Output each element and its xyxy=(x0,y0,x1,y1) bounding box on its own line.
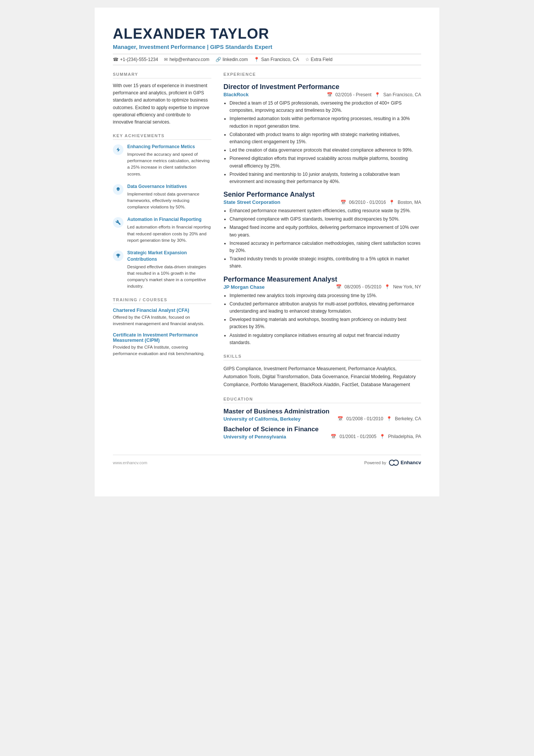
exp-bullet-2-0: Implemented new analytics tools improvin… xyxy=(230,292,421,299)
exp-bullet-2-2: Developed training materials and worksho… xyxy=(230,316,421,330)
exp-title-2: Performance Measurement Analyst xyxy=(223,275,421,283)
phone-item: ☎ +1-(234)-555-1234 xyxy=(113,57,158,62)
contact-bar: ☎ +1-(234)-555-1234 ✉ help@enhancv.com 🔗… xyxy=(113,54,421,65)
main-layout: SUMMARY With over 15 years of experience… xyxy=(113,72,421,443)
exp-bullet-0-1: Implemented automation tools within perf… xyxy=(230,115,421,130)
exp-bullet-1-0: Enhanced performance measurement system … xyxy=(230,207,421,214)
course-item-0: Chartered Financial Analyst (CFA) Offere… xyxy=(113,308,211,327)
left-column: SUMMARY With over 15 years of experience… xyxy=(113,72,211,443)
pin-icon-1: 📍 xyxy=(389,200,395,205)
achievement-item-3: Strategic Market Expansion Contributions… xyxy=(113,250,211,290)
enhancv-logo: Enhancv xyxy=(389,460,421,466)
exp-meta-1: State Street Corporation 📅 06/2010 - 01/… xyxy=(223,199,421,205)
footer-website: www.enhancv.com xyxy=(113,460,147,465)
resume-page: ALEXANDER TAYLOR Manager, Investment Per… xyxy=(95,8,439,496)
edu-dates-loc-0: 📅 01/2008 - 01/2010 📍 Berkeley, CA xyxy=(337,416,421,421)
achievement-title-0: Enhancing Performance Metics xyxy=(127,144,211,150)
skills-text: GIPS Compliance, Investment Performance … xyxy=(223,365,421,389)
course-item-1: Certificate in Investment Performance Me… xyxy=(113,332,211,357)
edu-dates-0: 01/2008 - 01/2010 xyxy=(346,416,383,421)
exp-bullet-0-0: Directed a team of 15 of GIPS profession… xyxy=(230,100,421,114)
course-desc-1: Provided by the CFA Institute, covering … xyxy=(113,344,211,357)
edu-cal-icon-1: 📅 xyxy=(331,434,336,439)
edu-degree-1: Bachelor of Science in Finance xyxy=(223,426,421,433)
phone-value: +1-(234)-555-1234 xyxy=(120,57,158,62)
exp-bullet-0-4: Pioneered digitization efforts that impr… xyxy=(230,155,421,169)
exp-meta-2: JP Morgan Chase 📅 08/2005 - 05/2010 📍 Ne… xyxy=(223,284,421,290)
cal-icon-1: 📅 xyxy=(340,200,346,205)
edu-pin-icon-0: 📍 xyxy=(386,416,392,421)
exp-bullets-0: Directed a team of 15 of GIPS profession… xyxy=(223,100,421,185)
achievement-item-0: Enhancing Performance Metics Improved th… xyxy=(113,144,211,177)
exp-dates-loc-0: 📅 02/2016 - Present 📍 San Francisco, CA xyxy=(327,92,421,97)
exp-company-2: JP Morgan Chase xyxy=(223,284,265,290)
exp-bullet-0-5: Provided training and mentorship to 10 j… xyxy=(230,171,421,185)
linkedin-value: linkedin.com xyxy=(223,57,248,62)
extra-item: ☆ Extra Field xyxy=(305,57,333,62)
footer-right: Powered by Enhancv xyxy=(364,460,421,466)
exp-bullets-2: Implemented new analytics tools improvin… xyxy=(223,292,421,346)
trophy-icon-wrap xyxy=(113,250,123,261)
achievement-item-2: Automation in Financial Reporting Led au… xyxy=(113,216,211,244)
wrench-icon xyxy=(116,220,121,225)
achievement-desc-1: Implemented robust data governance frame… xyxy=(127,191,211,211)
edu-degree-0: Master of Business Administration xyxy=(223,408,421,415)
edu-school-0: University of California, Berkeley xyxy=(223,416,301,422)
brand-name: Enhancv xyxy=(401,460,421,465)
powered-by-text: Powered by xyxy=(364,460,386,465)
trophy-icon xyxy=(116,253,121,258)
edu-pin-icon-1: 📍 xyxy=(379,434,385,439)
experience-item-1: Senior Performance Analyst State Street … xyxy=(223,191,421,270)
bolt-icon-wrap xyxy=(113,144,123,155)
course-title-1: Certificate in Investment Performance Me… xyxy=(113,332,211,343)
location-icon: 📍 xyxy=(254,57,259,62)
edu-school-1: University of Pennsylvania xyxy=(223,434,286,440)
footer: www.enhancv.com Powered by Enhancv xyxy=(113,455,421,466)
pin-icon-2: 📍 xyxy=(384,284,390,290)
achievement-desc-3: Designed effective data-driven strategie… xyxy=(127,264,211,290)
exp-bullet-0-2: Collaborated with product teams to align… xyxy=(230,131,421,146)
header: ALEXANDER TAYLOR Manager, Investment Per… xyxy=(113,26,421,65)
exp-location-1: Boston, MA xyxy=(398,200,421,205)
bulb-icon-wrap xyxy=(113,184,123,195)
edu-meta-1: University of Pennsylvania 📅 01/2001 - 0… xyxy=(223,434,421,440)
candidate-title: Manager, Investment Performance | GIPS S… xyxy=(113,44,421,50)
right-column: EXPERIENCE Director of Investment Perfor… xyxy=(223,72,421,443)
bulb-icon xyxy=(116,187,121,192)
skills-label: SKILLS xyxy=(223,354,421,360)
exp-bullet-1-1: Championed compliance with GIPS standard… xyxy=(230,216,421,223)
email-item: ✉ help@enhancv.com xyxy=(164,57,209,62)
bolt-icon xyxy=(116,147,121,152)
achievement-title-2: Automation in Financial Reporting xyxy=(127,216,211,223)
achievements-label: KEY ACHIEVEMENTS xyxy=(113,133,211,140)
candidate-name: ALEXANDER TAYLOR xyxy=(113,26,421,42)
star-icon: ☆ xyxy=(305,57,309,62)
phone-icon: ☎ xyxy=(113,57,119,62)
exp-dates-loc-2: 📅 08/2005 - 05/2010 📍 New York, NY xyxy=(336,284,421,290)
extra-value: Extra Field xyxy=(311,57,333,62)
course-title-0: Chartered Financial Analyst (CFA) xyxy=(113,308,211,313)
exp-dates-2: 08/2005 - 05/2010 xyxy=(345,284,381,290)
exp-meta-0: BlackRock 📅 02/2016 - Present 📍 San Fran… xyxy=(223,92,421,97)
exp-bullet-2-1: Conducted performance attribution analys… xyxy=(230,301,421,315)
wrench-icon-wrap xyxy=(113,217,123,228)
exp-location-2: New York, NY xyxy=(393,284,421,290)
email-value: help@enhancv.com xyxy=(169,57,209,62)
exp-company-0: BlackRock xyxy=(223,92,248,97)
location-value: San Francisco, CA xyxy=(261,57,299,62)
exp-location-0: San Francisco, CA xyxy=(383,92,421,97)
edu-cal-icon-0: 📅 xyxy=(337,416,343,421)
experience-label: EXPERIENCE xyxy=(223,72,421,78)
edu-location-1: Philadelphia, PA xyxy=(388,434,421,439)
location-item: 📍 San Francisco, CA xyxy=(254,57,299,62)
summary-label: SUMMARY xyxy=(113,72,211,78)
achievement-desc-2: Led automation efforts in financial repo… xyxy=(127,224,211,244)
exp-company-1: State Street Corporation xyxy=(223,199,280,205)
summary-text: With over 15 years of experience in inve… xyxy=(113,82,211,126)
exp-dates-loc-1: 📅 06/2010 - 01/2016 📍 Boston, MA xyxy=(340,200,421,205)
exp-bullet-0-3: Led the creation of data governance prot… xyxy=(230,147,421,154)
edu-item-0: Master of Business Administration Univer… xyxy=(223,408,421,422)
experience-item-0: Director of Investment Performance Black… xyxy=(223,83,421,185)
email-icon: ✉ xyxy=(164,57,168,62)
exp-bullet-2-3: Assisted in regulatory compliance initia… xyxy=(230,332,421,346)
